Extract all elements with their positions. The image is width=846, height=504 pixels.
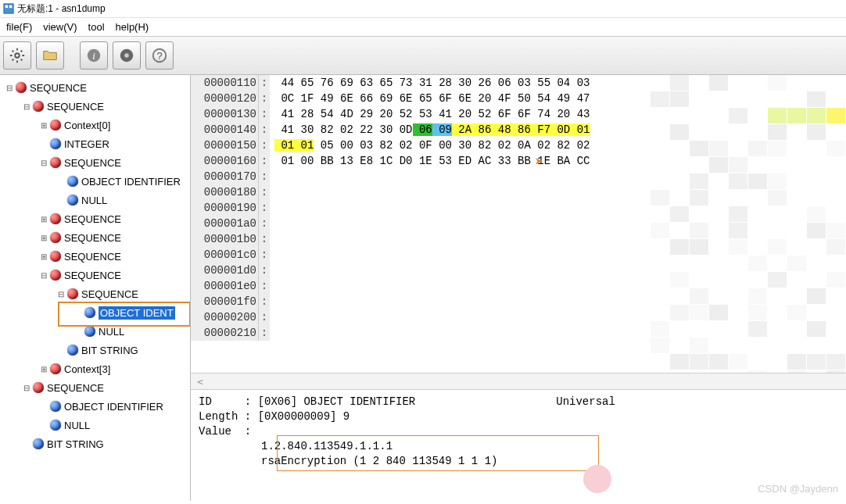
hex-byte[interactable]: 69	[334, 77, 353, 89]
hex-byte[interactable]: 01	[274, 155, 294, 167]
hex-byte[interactable]: 04	[550, 77, 570, 89]
hex-byte[interactable]: AC	[471, 155, 491, 167]
tree-row[interactable]: ⊟SEQUENCE	[0, 284, 190, 303]
hex-byte[interactable]: 0A	[511, 139, 531, 152]
tree-node-label[interactable]: SEQUENCE	[47, 101, 104, 113]
collapse-icon[interactable]: ⊟	[5, 83, 14, 92]
tree-node-label[interactable]: OBJECT IDENTIFIER	[64, 401, 163, 413]
tree-row[interactable]: NULL	[0, 322, 190, 341]
hex-byte[interactable]: CC	[570, 155, 590, 167]
tree-row[interactable]: ⊞Context[3]	[0, 359, 190, 378]
hex-view[interactable]: ➤ 00000110: 44 65 76 69 63 65 73 31 28 3…	[191, 75, 846, 373]
hex-byte[interactable]: 20	[550, 108, 570, 120]
tree-row[interactable]: BIT STRING	[0, 434, 190, 453]
collapse-icon[interactable]: ⊟	[39, 270, 48, 280]
hex-byte[interactable]: 06	[413, 123, 432, 136]
hex-byte[interactable]: 47	[570, 92, 590, 105]
hex-byte[interactable]: 2A	[452, 123, 471, 136]
hex-byte[interactable]: F7	[531, 123, 550, 136]
tree-node-label[interactable]: SEQUENCE	[47, 382, 104, 394]
tree-row[interactable]: ⊟SEQUENCE	[0, 153, 190, 172]
tree-row[interactable]: ⊞SEQUENCE	[0, 228, 190, 247]
hex-byte[interactable]: 30	[452, 139, 471, 152]
tree-row[interactable]: INTEGER	[0, 134, 190, 153]
hex-byte[interactable]: 20	[452, 108, 471, 120]
hex-byte[interactable]: 4F	[491, 92, 511, 105]
tree-node-label[interactable]: NULL	[64, 420, 90, 431]
hex-byte[interactable]: 1F	[294, 92, 314, 105]
tree-node-label[interactable]: SEQUENCE	[81, 288, 138, 300]
tool-save-button[interactable]	[113, 41, 141, 70]
hex-byte[interactable]: 33	[491, 155, 511, 167]
hex-byte[interactable]: 0F	[413, 139, 432, 152]
hex-byte[interactable]: 66	[353, 92, 373, 105]
hex-byte[interactable]: 09	[432, 123, 452, 136]
hex-byte[interactable]: 82	[471, 139, 491, 152]
tree-node-label[interactable]: SEQUENCE	[64, 251, 121, 263]
hex-byte[interactable]: 6E	[334, 92, 353, 105]
hex-byte[interactable]: 02	[570, 139, 590, 152]
hex-byte[interactable]: 73	[393, 77, 412, 89]
hex-byte[interactable]: 65	[294, 77, 314, 89]
hex-byte[interactable]: D0	[393, 155, 412, 167]
tool-open-button[interactable]	[36, 41, 64, 70]
hex-byte[interactable]: 01	[570, 123, 590, 136]
expand-icon[interactable]: ⊞	[39, 252, 48, 261]
hex-byte[interactable]: 00	[334, 139, 353, 152]
hex-byte[interactable]: 43	[570, 108, 590, 120]
hex-byte[interactable]: 02	[491, 139, 511, 152]
hex-byte[interactable]: 6F	[491, 108, 511, 120]
hex-byte[interactable]: 50	[511, 92, 531, 105]
hex-byte[interactable]: 44	[274, 77, 294, 89]
tree-node-label[interactable]: SEQUENCE	[64, 232, 121, 244]
tree-row[interactable]: ⊟SEQUENCE	[0, 78, 190, 97]
expand-icon[interactable]: ⊞	[39, 233, 48, 242]
hex-byte[interactable]: 55	[531, 77, 550, 89]
hex-byte[interactable]: 13	[334, 155, 353, 167]
tree-node-label[interactable]: NULL	[99, 326, 124, 338]
hex-byte[interactable]: 20	[373, 108, 393, 120]
splitter-bar[interactable]: <	[191, 373, 846, 390]
hex-byte[interactable]: 49	[550, 92, 570, 105]
tool-info-button[interactable]: i	[80, 41, 108, 70]
tree-row[interactable]: BIT STRING	[0, 341, 190, 359]
tree-row[interactable]: ⊞Context[0]	[0, 116, 190, 134]
hex-byte[interactable]: 41	[432, 108, 452, 120]
hex-byte[interactable]: 30	[373, 123, 393, 136]
hex-byte[interactable]: BB	[511, 155, 531, 167]
hex-byte[interactable]: 02	[334, 123, 353, 136]
hex-byte[interactable]: ED	[452, 155, 471, 167]
hex-byte[interactable]: 31	[413, 77, 432, 89]
hex-byte[interactable]: 29	[353, 108, 373, 120]
tree-node-label[interactable]: BIT STRING	[47, 438, 104, 450]
hex-byte[interactable]: 1C	[373, 155, 393, 167]
hex-byte[interactable]: 20	[471, 92, 491, 105]
hex-byte[interactable]: 41	[274, 108, 294, 120]
hex-byte[interactable]: 28	[294, 108, 314, 120]
hex-byte[interactable]: 0D	[550, 123, 570, 136]
tree-row[interactable]: NULL	[0, 191, 190, 209]
hex-byte[interactable]: 0C	[274, 92, 294, 105]
hex-byte[interactable]: 01	[294, 139, 314, 152]
menu-tool[interactable]: tool	[88, 21, 105, 33]
hex-byte[interactable]: 6E	[393, 92, 412, 105]
hex-byte[interactable]: 28	[432, 77, 452, 89]
tree-node-label[interactable]: SEQUENCE	[30, 82, 87, 94]
tree-node-label[interactable]: BIT STRING	[81, 345, 138, 356]
hex-byte[interactable]: 82	[550, 139, 570, 152]
tree-node-label[interactable]: INTEGER	[64, 138, 109, 150]
tool-settings-button[interactable]	[3, 41, 31, 70]
tree-row[interactable]: ⊟SEQUENCE	[0, 378, 190, 397]
collapse-icon[interactable]: ⊟	[56, 289, 66, 298]
hex-byte[interactable]: 00	[294, 155, 314, 167]
hex-byte[interactable]: 53	[432, 155, 452, 167]
hex-byte[interactable]: 54	[314, 108, 333, 120]
tree-row[interactable]: NULL	[0, 416, 190, 434]
hex-byte[interactable]: E8	[353, 155, 373, 167]
tree-node-label[interactable]: OBJECT IDENTIFIER	[81, 176, 181, 188]
collapse-icon[interactable]: ⊟	[22, 383, 31, 392]
hex-byte[interactable]: 82	[373, 139, 393, 152]
hex-byte[interactable]: 65	[413, 92, 432, 105]
hex-byte[interactable]: 00	[432, 139, 452, 152]
menu-view[interactable]: view(V)	[43, 21, 77, 33]
